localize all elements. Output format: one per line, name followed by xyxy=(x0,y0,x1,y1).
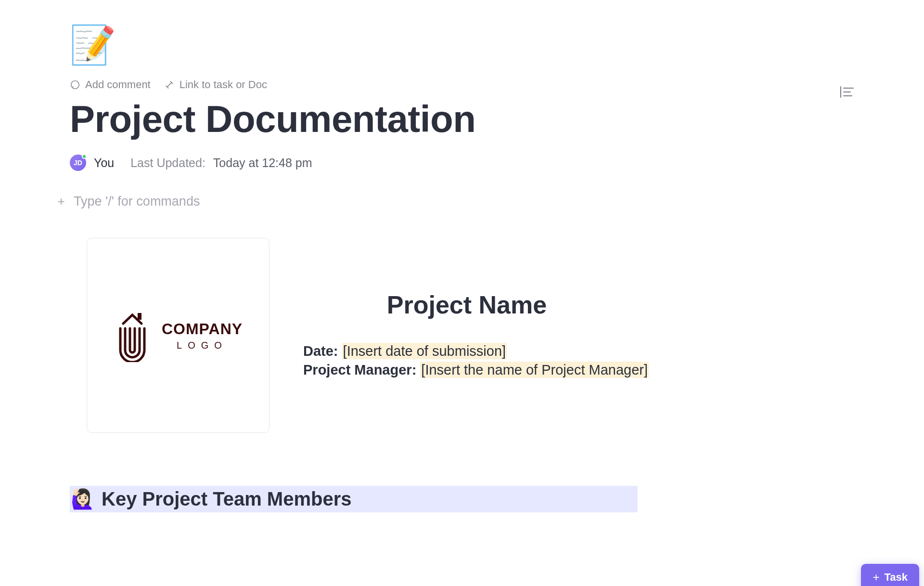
doc-meta-row: JD You Last Updated: Today at 12:48 pm xyxy=(70,155,659,171)
last-updated-label: Last Updated: xyxy=(130,156,205,170)
author-you-label: You xyxy=(94,156,114,170)
team-members-heading[interactable]: 🙋🏻‍♀️ Key Project Team Members xyxy=(70,486,638,512)
logo-text-company: COMPANY xyxy=(162,320,243,338)
add-comment-button[interactable]: Add comment xyxy=(70,78,151,91)
add-block-button[interactable]: + xyxy=(55,194,67,209)
avatar-initials: JD xyxy=(74,159,82,167)
new-task-fab[interactable]: + Task xyxy=(861,564,919,586)
raising-hand-emoji-icon: 🙋🏻‍♀️ xyxy=(71,488,95,510)
author-avatar[interactable]: JD xyxy=(70,155,86,171)
presence-dot-icon xyxy=(82,154,87,159)
doc-emoji-picker[interactable]: 📝 xyxy=(70,22,116,67)
svg-point-0 xyxy=(71,81,79,89)
content-add-row: + xyxy=(55,194,659,209)
project-info-section: COMPANY LOGO Project Name Date: [Insert … xyxy=(87,238,659,433)
project-date-line[interactable]: Date: [Insert date of submission] xyxy=(303,343,659,359)
company-logo-mark-icon xyxy=(114,309,151,362)
comment-icon xyxy=(70,79,80,90)
link-task-label: Link to task or Doc xyxy=(180,78,267,91)
add-comment-label: Add comment xyxy=(85,78,151,91)
project-date-label: Date: xyxy=(303,343,338,359)
page-title[interactable]: Project Documentation xyxy=(70,97,659,141)
project-details-block: Project Name Date: [Insert date of submi… xyxy=(303,290,659,381)
memo-emoji-icon: 📝 xyxy=(69,26,116,64)
last-updated-value: Today at 12:48 pm xyxy=(213,156,312,170)
slash-command-input[interactable] xyxy=(74,194,507,209)
project-manager-label: Project Manager: xyxy=(303,362,416,378)
project-manager-line[interactable]: Project Manager: [Insert the name of Pro… xyxy=(303,362,659,378)
fab-label: Task xyxy=(884,571,908,584)
project-manager-placeholder: [Insert the name of Project Manager] xyxy=(420,362,649,378)
link-icon xyxy=(164,79,175,90)
doc-toolbar: Add comment Link to task or Doc xyxy=(70,76,659,93)
project-name-heading[interactable]: Project Name xyxy=(274,290,659,319)
outline-icon xyxy=(840,86,854,98)
company-logo-placeholder[interactable]: COMPANY LOGO xyxy=(87,238,270,433)
link-task-button[interactable]: Link to task or Doc xyxy=(164,78,267,91)
logo-text-logo: LOGO xyxy=(162,340,243,351)
company-logo: COMPANY LOGO xyxy=(114,309,243,362)
svg-rect-5 xyxy=(138,313,141,320)
team-members-heading-text: Key Project Team Members xyxy=(102,488,351,510)
project-date-placeholder: [Insert date of submission] xyxy=(342,343,507,359)
plus-icon: + xyxy=(873,571,879,584)
doc-outline-button[interactable] xyxy=(840,86,854,100)
